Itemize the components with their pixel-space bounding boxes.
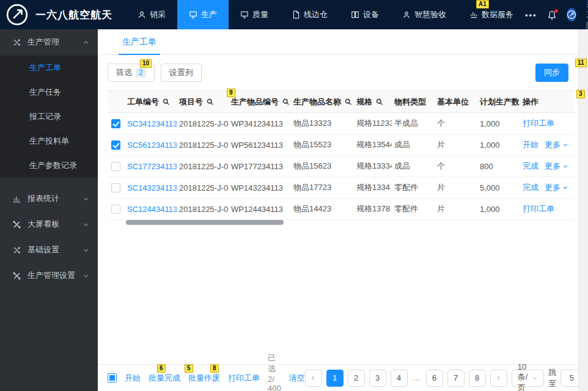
order-no-link[interactable]: SC561234113 bbox=[125, 141, 177, 150]
row-checkbox[interactable] bbox=[111, 119, 120, 128]
book-icon bbox=[351, 10, 359, 19]
shuffle-icon bbox=[12, 38, 21, 47]
sidebar-item-production-parameters[interactable]: 生产参数记录 bbox=[0, 153, 98, 178]
row-action-more[interactable]: 更多 bbox=[545, 182, 568, 193]
table-row: SC177234113 20181225-J-03 WP177234113 物品… bbox=[108, 156, 575, 177]
row-action-primary[interactable]: 打印工单 bbox=[523, 203, 554, 214]
chevron-down-icon bbox=[83, 196, 89, 202]
page-size-select[interactable]: 10条/页 bbox=[512, 370, 545, 387]
sync-button[interactable]: 同步 bbox=[535, 64, 568, 82]
row-checkbox[interactable] bbox=[111, 205, 120, 214]
prev-page-button[interactable] bbox=[305, 370, 322, 387]
batch-start-link[interactable]: 开始 bbox=[125, 373, 141, 384]
col-item-no[interactable]: 生产物品编号 bbox=[229, 97, 291, 108]
chevron-down-icon bbox=[83, 247, 89, 254]
sidebar-item-work-report-records[interactable]: 报工记录 bbox=[0, 104, 98, 129]
nav-item-quality[interactable]: 质量 bbox=[229, 0, 280, 29]
annotation-badge: 10 bbox=[140, 59, 152, 68]
search-icon bbox=[206, 98, 214, 106]
notification-bell-icon[interactable] bbox=[547, 10, 557, 20]
order-no-link[interactable]: SC143234113 bbox=[125, 183, 177, 192]
sidebar-item-production-tasks[interactable]: 生产任务 bbox=[0, 80, 98, 104]
sidebar-group-basic-settings[interactable]: 基础设置 bbox=[0, 237, 98, 263]
page-ellipsis[interactable]: ... bbox=[412, 370, 422, 387]
sidebar-item-production-feeding[interactable]: 生产投料单 bbox=[0, 129, 98, 153]
nav-item-equipment[interactable]: 设备 bbox=[339, 0, 391, 29]
page-button-1[interactable]: 1 bbox=[326, 370, 344, 387]
nav-item-data-service[interactable]: 数据服务 bbox=[458, 0, 525, 29]
select-all-checkbox[interactable] bbox=[108, 373, 117, 382]
file-icon bbox=[292, 10, 300, 19]
shuffle-icon bbox=[12, 246, 21, 255]
order-no-link[interactable]: SC341234113 bbox=[125, 119, 177, 128]
table-row: SC124434113 20181225-J-05 WP124434113 物品… bbox=[108, 199, 575, 220]
company-logo-icon bbox=[5, 2, 29, 27]
page-button-3[interactable]: 3 bbox=[369, 370, 386, 387]
clear-selection-link[interactable]: 清空 bbox=[289, 373, 305, 384]
sidebar-group-production-settings[interactable]: 生产管理设置 bbox=[0, 263, 98, 288]
filter-count-badge: 2 bbox=[136, 68, 146, 78]
col-project-no[interactable]: 项目号 bbox=[177, 97, 229, 108]
annotation-badge: 11 bbox=[575, 59, 587, 67]
selected-count-label: 已选2/ 400 条 bbox=[268, 353, 281, 391]
main-content: 生产工单 筛选 2 设置列 同步 工单编号 项目号 生产物品编号 生产物品名称 … bbox=[98, 29, 578, 391]
row-action-primary[interactable]: 完成 bbox=[523, 182, 538, 193]
page-button-4[interactable]: 4 bbox=[391, 370, 408, 387]
page-button-6[interactable]: 6 bbox=[426, 370, 443, 387]
order-no-link[interactable]: SC124434113 bbox=[125, 205, 177, 214]
col-planned-qty: 计划生产数 bbox=[477, 97, 520, 108]
nav-item-line-warehouse[interactable]: 线边仓 bbox=[280, 0, 339, 29]
tab-bar: 生产工单 bbox=[98, 29, 578, 55]
annotation-badge: 3 bbox=[576, 90, 585, 98]
page-button-2[interactable]: 2 bbox=[348, 370, 365, 387]
order-no-link[interactable]: SC177234113 bbox=[125, 162, 177, 171]
batch-void-link[interactable]: 批量作废 bbox=[188, 373, 220, 384]
page-button-7[interactable]: 7 bbox=[447, 370, 465, 387]
horizontal-scrollbar-thumb[interactable] bbox=[126, 220, 284, 225]
sidebar-group-dashboard[interactable]: 大屏看板 bbox=[0, 211, 98, 237]
footer-bar: 开始 批量完成 批量作废 打印工单 已选2/ 400 条 清空 1 2 3 4 … bbox=[98, 364, 578, 391]
sidebar-group-production-management[interactable]: 生产管理 bbox=[0, 29, 98, 55]
tab-production-orders[interactable]: 生产工单 bbox=[119, 37, 160, 55]
vertical-scrollbar[interactable] bbox=[578, 29, 588, 391]
nav-item-smart-acceptance[interactable]: 智慧验收 bbox=[391, 0, 458, 29]
row-action-more[interactable]: 更多 bbox=[545, 139, 568, 150]
jump-to-label: 跳至 bbox=[548, 367, 556, 389]
set-columns-button[interactable]: 设置列 bbox=[161, 64, 202, 82]
search-icon bbox=[375, 98, 383, 106]
nav-item-production[interactable]: 生产 bbox=[177, 0, 229, 29]
row-action-primary[interactable]: 打印工单 bbox=[523, 118, 554, 129]
page-button-8[interactable]: 8 bbox=[469, 370, 486, 387]
row-checkbox[interactable] bbox=[111, 141, 120, 150]
nav-item-sales[interactable]: 销采 bbox=[126, 0, 177, 29]
table-row: SC143234113 20181225-J-04 WP143234113 物品… bbox=[108, 177, 575, 199]
next-page-button[interactable] bbox=[490, 370, 507, 387]
user-avatar[interactable] bbox=[567, 8, 576, 21]
table-row: SC341234113 20181225-J-01 WP341234113 物品… bbox=[108, 113, 575, 134]
brand-title: 一六八航空航天 bbox=[35, 8, 112, 22]
col-actions: 操作 bbox=[520, 97, 575, 108]
batch-print-link[interactable]: 打印工单 bbox=[228, 373, 260, 384]
sidebar-group-report-statistics[interactable]: 报表统计 bbox=[0, 186, 98, 211]
tools-icon bbox=[12, 220, 21, 229]
row-action-primary[interactable]: 开始 bbox=[523, 139, 538, 150]
row-action-more[interactable]: 更多 bbox=[545, 161, 568, 172]
tools-icon bbox=[12, 271, 21, 280]
col-item-name[interactable]: 生产物品名称 bbox=[291, 97, 354, 108]
user-icon bbox=[138, 10, 146, 19]
col-order-no[interactable]: 工单编号 bbox=[125, 97, 177, 108]
annotation-badge: 9 bbox=[227, 89, 235, 97]
sidebar-item-production-orders[interactable]: 生产工单 bbox=[0, 56, 98, 80]
batch-complete-link[interactable]: 批量完成 bbox=[149, 373, 180, 384]
more-menu-icon[interactable]: ••• bbox=[525, 10, 537, 20]
table-header-row: 工单编号 项目号 生产物品编号 生产物品名称 规格 物料类型 基本单位 计划生产… bbox=[108, 90, 575, 113]
annotation-badge: A1 bbox=[476, 0, 489, 9]
sidebar: 生产管理 生产工单 生产任务 报工记录 生产投料单 生产参数记录 报表统计 大屏… bbox=[0, 29, 98, 391]
row-checkbox[interactable] bbox=[111, 183, 120, 192]
chevron-right-icon bbox=[495, 375, 502, 381]
username-label[interactable]: 吴东阳 bbox=[586, 0, 588, 31]
row-action-primary[interactable]: 完成 bbox=[523, 161, 538, 172]
row-checkbox[interactable] bbox=[111, 162, 120, 171]
monitor-icon bbox=[189, 10, 197, 19]
col-spec[interactable]: 规格 bbox=[354, 97, 392, 108]
